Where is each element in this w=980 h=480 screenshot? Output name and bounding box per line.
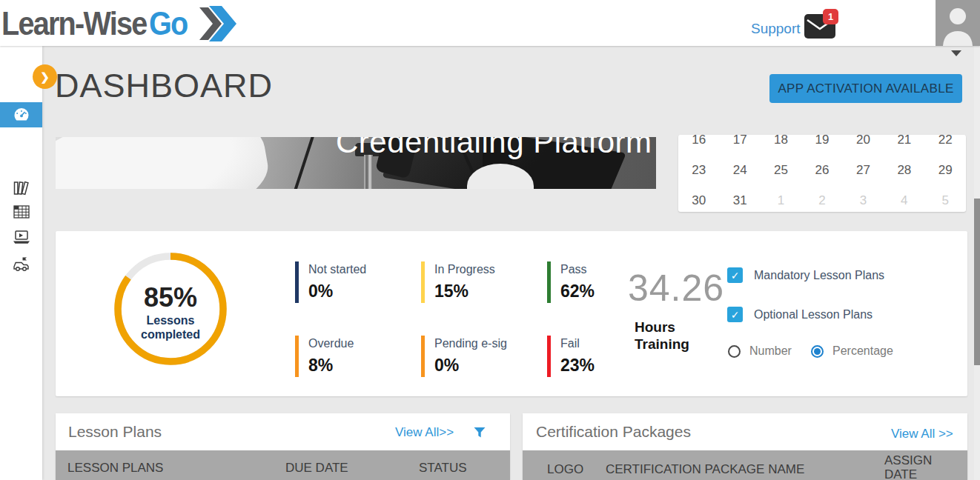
calendar-date[interactable]: 22 xyxy=(925,135,966,155)
calendar-date[interactable]: 17 xyxy=(719,135,760,155)
radio-selected-icon[interactable] xyxy=(811,345,824,358)
column-header-lesson-plans: LESSON PLANS xyxy=(67,461,163,476)
laptop-icon xyxy=(12,229,31,245)
banner-caption: Credentialing Platform xyxy=(336,137,652,160)
calendar-date[interactable]: 23 xyxy=(678,155,719,185)
calendar-date[interactable]: 18 xyxy=(761,135,801,155)
certification-packages-card: Certification Packages View All >> LOGO … xyxy=(523,413,967,480)
stat-fail: Fail 23% xyxy=(547,336,595,377)
filter-funnel-icon[interactable] xyxy=(473,427,486,441)
certification-packages-view-all-link[interactable]: View All >> xyxy=(891,427,953,441)
calendar-date[interactable]: 21 xyxy=(884,135,924,155)
column-header-logo: LOGO xyxy=(547,462,583,477)
calendar-date[interactable]: 24 xyxy=(719,155,760,185)
stat-overdue: Overdue 8% xyxy=(295,336,354,377)
stat-not-started: Not started 0% xyxy=(295,261,366,303)
checkbox-checked-icon[interactable]: ✓ xyxy=(727,267,743,283)
checkbox-label: Mandatory Lesson Plans xyxy=(754,269,884,282)
app-window: Learn-WiseGo Support 1 xyxy=(0,0,980,480)
dashboard-gauge-icon xyxy=(13,106,30,124)
calendar-date[interactable]: 31 xyxy=(719,185,760,212)
lesson-plans-title: Lesson Plans xyxy=(68,423,162,441)
calendar-date-next-month[interactable]: 2 xyxy=(801,185,842,212)
profile-dropdown-caret-icon[interactable] xyxy=(951,50,961,56)
calendar-date[interactable]: 20 xyxy=(843,135,884,155)
vehicle-icon xyxy=(12,256,31,272)
stat-pending-esig: Pending e-sig 0% xyxy=(421,336,507,377)
calendar-widget: 16 17 18 19 20 21 22 23 24 25 26 27 28 2… xyxy=(678,135,966,212)
hours-training-value: 34.26 xyxy=(628,267,724,310)
donut-center-labels: 85% Lessons completed xyxy=(107,248,234,376)
calendar-date[interactable]: 25 xyxy=(761,155,801,185)
sidebar-expand-toggle[interactable]: ❯ xyxy=(33,64,57,89)
app-logo[interactable]: Learn-WiseGo xyxy=(1,4,236,44)
certification-packages-title: Certification Packages xyxy=(536,423,691,441)
lesson-plans-view-all-link[interactable]: View All>> xyxy=(395,425,454,440)
stat-label: Not started xyxy=(308,263,366,276)
sidebar-item-transport[interactable] xyxy=(0,252,42,276)
stat-label: Overdue xyxy=(308,337,354,350)
lessons-completed-percent: 85% xyxy=(144,282,197,313)
scrollbar-thumb[interactable] xyxy=(974,199,980,365)
stat-value: 23% xyxy=(560,356,595,376)
stat-value: 62% xyxy=(560,281,595,301)
calendar-date[interactable]: 19 xyxy=(801,135,842,155)
stat-label: Fail xyxy=(560,337,595,350)
calendar-date-next-month[interactable]: 4 xyxy=(884,185,924,212)
user-avatar[interactable] xyxy=(936,0,980,46)
lessons-completed-caption: Lessons completed xyxy=(130,313,211,341)
calendar-date-next-month[interactable]: 1 xyxy=(761,185,801,212)
unread-count-badge: 1 xyxy=(823,9,838,24)
checkbox-label: Optional Lesson Plans xyxy=(754,308,873,321)
hours-training-label: Hours Training xyxy=(635,319,701,353)
radio-label: Percentage xyxy=(832,344,893,358)
sidebar-item-library[interactable] xyxy=(0,176,42,200)
data-grid-icon xyxy=(13,204,30,220)
sidebar-nav xyxy=(0,46,42,480)
lesson-plans-card: Lesson Plans View All>> LESSON PLANS DUE… xyxy=(56,413,510,480)
stat-label: Pass xyxy=(560,263,595,276)
books-icon xyxy=(13,179,30,197)
stat-label: Pending e-sig xyxy=(434,337,507,350)
calendar-date[interactable]: 26 xyxy=(801,155,842,185)
stat-in-progress: In Progress 15% xyxy=(421,261,495,303)
calendar-date-next-month[interactable]: 3 xyxy=(843,185,884,212)
support-link[interactable]: Support xyxy=(751,21,801,37)
sidebar-item-elearning[interactable] xyxy=(0,225,42,249)
calendar-date[interactable]: 28 xyxy=(884,155,924,185)
calendar-date-next-month[interactable]: 5 xyxy=(925,185,966,212)
column-header-certification-package-name: CERTIFICATION PACKAGE NAME xyxy=(606,462,804,477)
promo-banner-image: Credentialing Platform xyxy=(56,137,656,189)
column-header-status: STATUS xyxy=(419,461,467,476)
optional-lesson-plans-checkbox-row[interactable]: ✓ Optional Lesson Plans xyxy=(727,307,873,322)
radio-unselected-icon[interactable] xyxy=(728,345,741,358)
stat-value: 15% xyxy=(434,281,495,301)
checkbox-checked-icon[interactable]: ✓ xyxy=(727,307,743,322)
top-header-bar: Learn-WiseGo Support 1 xyxy=(0,0,980,46)
logo-text-learnwise: Learn-Wise xyxy=(1,4,147,42)
calendar-date[interactable]: 27 xyxy=(843,155,884,185)
stat-value: 8% xyxy=(308,356,354,376)
radio-label: Number xyxy=(749,344,792,358)
calendar-date[interactable]: 30 xyxy=(678,185,719,212)
sidebar-item-dashboard[interactable] xyxy=(0,103,42,127)
stat-value: 0% xyxy=(308,281,366,301)
column-header-assign-date: ASSIGN DATE xyxy=(884,453,933,480)
stat-pass: Pass 62% xyxy=(547,261,595,303)
mandatory-lesson-plans-checkbox-row[interactable]: ✓ Mandatory Lesson Plans xyxy=(727,267,884,283)
stat-label: In Progress xyxy=(434,263,495,276)
stat-value: 0% xyxy=(434,356,507,376)
number-radio-row[interactable]: Number xyxy=(728,344,792,358)
column-header-due-date: DUE DATE xyxy=(285,461,348,476)
logo-chevrons-icon xyxy=(199,6,236,41)
banner-person-shirt xyxy=(56,137,275,189)
calendar-grid: 16 17 18 19 20 21 22 23 24 25 26 27 28 2… xyxy=(678,135,966,212)
page-title: DASHBOARD xyxy=(55,67,273,105)
app-activation-button[interactable]: APP ACTIVATION AVAILABLE xyxy=(769,74,962,103)
training-stats-card: 85% Lessons completed Not started 0% In … xyxy=(56,231,967,396)
sidebar-item-reports[interactable] xyxy=(0,200,42,224)
calendar-date[interactable]: 16 xyxy=(678,135,719,155)
percentage-radio-row[interactable]: Percentage xyxy=(811,344,893,358)
calendar-date[interactable]: 29 xyxy=(925,155,966,185)
certification-packages-table-header: LOGO CERTIFICATION PACKAGE NAME ASSIGN D… xyxy=(523,450,967,480)
